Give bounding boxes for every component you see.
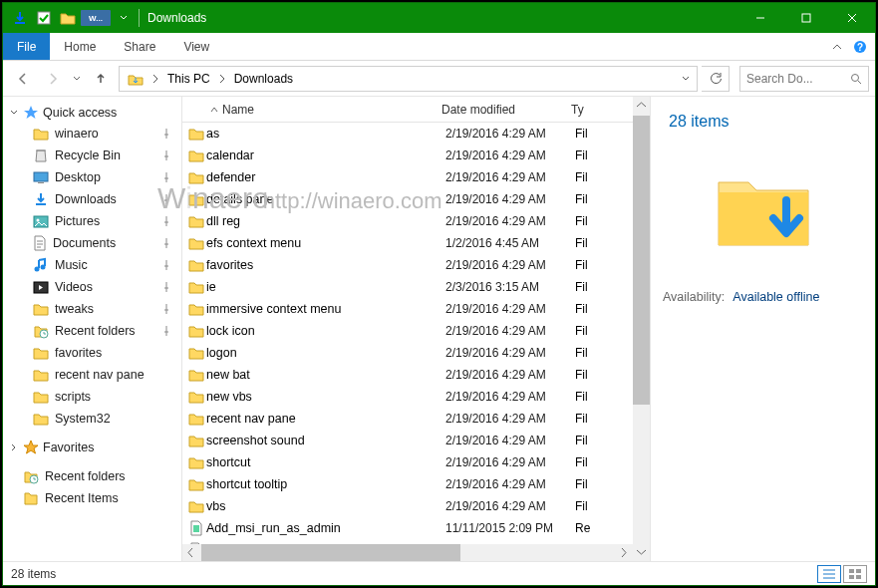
window-title: Downloads <box>147 11 206 25</box>
qat-checkbox-icon[interactable] <box>33 7 55 29</box>
refresh-button[interactable] <box>702 66 730 92</box>
qat-downloads-icon[interactable] <box>9 7 31 29</box>
sidebar-item[interactable]: System32 <box>3 408 181 430</box>
favorites-header[interactable]: Favorites <box>3 438 181 457</box>
file-row[interactable]: shortcut tooltip2/19/2016 4:29 AMFil <box>182 473 633 495</box>
column-type[interactable]: Ty <box>571 103 633 117</box>
file-row[interactable]: screenshot sound2/19/2016 4:29 AMFil <box>182 430 633 451</box>
chevron-right-icon[interactable] <box>149 74 161 84</box>
sidebar-item[interactable]: Documents <box>3 232 181 254</box>
sidebar-item[interactable]: tweaks <box>3 298 181 320</box>
breadcrumb-dropdown[interactable] <box>677 74 695 84</box>
file-name: screenshot sound <box>206 434 445 447</box>
file-row[interactable]: lock icon2/19/2016 4:29 AMFil <box>182 320 633 342</box>
file-name: Add_msi_run_as_admin <box>206 521 445 535</box>
file-list[interactable]: as2/19/2016 4:29 AMFilcalendar2/19/2016 … <box>182 123 633 544</box>
file-date: 2/19/2016 4:29 AM <box>445 148 575 162</box>
scroll-thumb[interactable] <box>633 116 650 405</box>
sidebar-item[interactable]: Recent Items <box>3 487 181 509</box>
details-view-button[interactable] <box>817 565 841 583</box>
qat-app-icon[interactable]: W... <box>81 10 111 26</box>
navigation-pane[interactable]: Quick access winaeroRecycle BinDesktopDo… <box>3 97 182 561</box>
breadcrumb-segment[interactable]: This PC <box>161 67 216 91</box>
pin-icon <box>161 281 171 293</box>
column-name[interactable]: Name <box>182 103 441 117</box>
scroll-left-icon[interactable] <box>182 544 199 561</box>
sidebar-item[interactable]: Recent folders <box>3 320 181 342</box>
search-input[interactable]: Search Do... <box>739 66 869 92</box>
sidebar-item[interactable]: Music <box>3 254 181 276</box>
videos-icon <box>33 280 49 294</box>
sidebar-item[interactable]: recent nav pane <box>3 364 181 386</box>
maximize-button[interactable] <box>783 3 829 33</box>
horizontal-scrollbar[interactable] <box>182 544 633 561</box>
file-row[interactable]: ie2/3/2016 3:15 AMFil <box>182 276 633 298</box>
column-date[interactable]: Date modified <box>441 103 571 117</box>
minimize-button[interactable] <box>737 3 783 33</box>
file-row[interactable]: new bat2/19/2016 4:29 AMFil <box>182 364 633 386</box>
file-row[interactable]: new vbs2/19/2016 4:29 AMFil <box>182 386 633 408</box>
tab-home[interactable]: Home <box>50 33 110 60</box>
file-row[interactable]: calendar2/19/2016 4:29 AMFil <box>182 145 633 166</box>
file-row[interactable]: efs context menu1/2/2016 4:45 AMFil <box>182 232 633 254</box>
forward-button[interactable] <box>39 65 67 93</box>
help-icon[interactable]: ? <box>853 40 867 54</box>
scroll-down-icon[interactable] <box>633 544 650 561</box>
breadcrumb-root-icon[interactable] <box>122 67 149 91</box>
quick-access-header[interactable]: Quick access <box>3 103 181 123</box>
history-dropdown[interactable] <box>69 65 85 93</box>
icons-view-button[interactable] <box>843 565 867 583</box>
file-name: calendar <box>206 148 445 162</box>
svg-point-5 <box>852 74 859 81</box>
breadcrumb-segment[interactable]: Downloads <box>228 67 299 91</box>
scroll-thumb[interactable] <box>201 544 460 561</box>
tab-share[interactable]: Share <box>110 33 169 60</box>
file-row[interactable]: immersive context menu2/19/2016 4:29 AMF… <box>182 298 633 320</box>
vertical-scrollbar[interactable] <box>633 97 650 561</box>
file-row[interactable]: vbs2/19/2016 4:29 AMFil <box>182 495 633 517</box>
file-row[interactable]: dll reg2/19/2016 4:29 AMFil <box>182 210 633 232</box>
folder-icon <box>186 434 206 447</box>
back-button[interactable] <box>9 65 37 93</box>
file-type: Fil <box>575 412 633 426</box>
close-button[interactable] <box>829 3 875 33</box>
sidebar-item[interactable]: Recycle Bin <box>3 145 181 166</box>
sidebar-item[interactable]: favorites <box>3 342 181 364</box>
file-type: Fil <box>575 280 633 294</box>
qat-folder-icon[interactable] <box>57 7 79 29</box>
file-row[interactable]: as2/19/2016 4:29 AMFil <box>182 123 633 145</box>
file-date: 2/19/2016 4:29 AM <box>445 324 575 338</box>
folder-icon <box>186 170 206 184</box>
sidebar-item[interactable]: Videos <box>3 276 181 298</box>
file-row[interactable]: details pane2/19/2016 4:29 AMFil <box>182 188 633 210</box>
sidebar-item[interactable]: scripts <box>3 386 181 408</box>
file-row[interactable]: Add_msi_run_as_admin11/11/2015 2:09 PMRe <box>182 517 633 539</box>
breadcrumb[interactable]: This PC Downloads <box>119 66 698 92</box>
ribbon-collapse-icon[interactable] <box>831 41 843 53</box>
sidebar-item[interactable]: Pictures <box>3 210 181 232</box>
file-row[interactable]: logon2/19/2016 4:29 AMFil <box>182 342 633 364</box>
tab-view[interactable]: View <box>169 33 223 60</box>
file-row[interactable]: Add_remove_msi_run_as_admin11/11/2015 2:… <box>182 539 633 544</box>
sidebar-item[interactable]: Recent folders <box>3 465 181 487</box>
column-headers[interactable]: Name Date modified Ty <box>182 97 633 123</box>
file-row[interactable]: shortcut2/19/2016 4:29 AMFil <box>182 451 633 473</box>
scroll-up-icon[interactable] <box>633 97 650 114</box>
sidebar-item[interactable]: Desktop <box>3 166 181 188</box>
up-button[interactable] <box>87 65 115 93</box>
scroll-right-icon[interactable] <box>616 544 633 561</box>
folder-icon <box>33 302 49 316</box>
sidebar-item[interactable]: winaero <box>3 123 181 145</box>
svg-point-12 <box>41 265 46 270</box>
sort-icon <box>210 106 218 114</box>
sidebar-item[interactable]: Downloads <box>3 188 181 210</box>
file-row[interactable]: defender2/19/2016 4:29 AMFil <box>182 166 633 188</box>
file-row[interactable]: recent nav pane2/19/2016 4:29 AMFil <box>182 408 633 430</box>
sidebar-item-label: tweaks <box>55 302 94 316</box>
qat-dropdown-icon[interactable] <box>113 7 135 29</box>
file-date: 11/11/2015 2:09 PM <box>445 521 575 535</box>
file-tab[interactable]: File <box>3 33 50 60</box>
chevron-right-icon[interactable] <box>216 74 228 84</box>
title-bar[interactable]: W... Downloads <box>3 3 875 33</box>
file-row[interactable]: favorites2/19/2016 4:29 AMFil <box>182 254 633 276</box>
